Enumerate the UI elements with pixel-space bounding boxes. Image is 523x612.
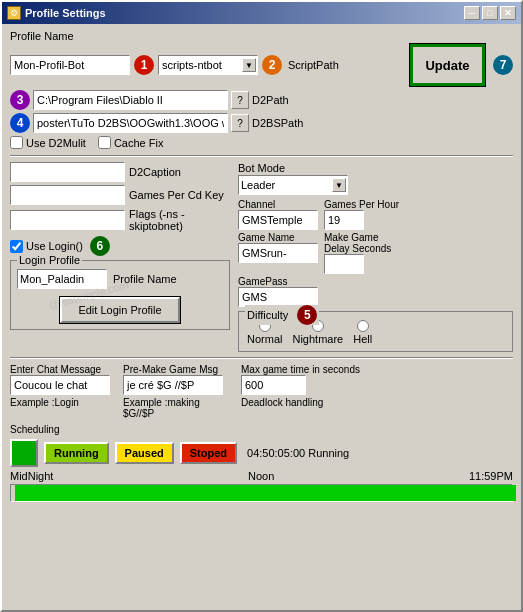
sched-timeline: MidNight Noon 11:59PM (10, 470, 513, 482)
games-per-hour-input[interactable] (324, 210, 364, 230)
cache-fix-item: Cache Fix (98, 136, 164, 149)
maxtime-section: Max game time in seconds Deadlock handli… (241, 364, 513, 419)
hell-radio-item: Hell (353, 320, 372, 345)
difficulty-legend: Difficulty 5 (245, 305, 319, 325)
d2path-input[interactable] (33, 90, 228, 110)
use-login-label: Use Login() (26, 240, 83, 252)
profile-name-label: Profile Name (10, 30, 513, 42)
use-login-row: Use Login() 6 (10, 236, 230, 256)
delay-input[interactable] (324, 254, 364, 274)
d2caption-input[interactable] (10, 162, 125, 182)
delay-col: Make Game Delay Seconds (324, 232, 391, 274)
title-buttons: ─ □ ✕ (464, 6, 516, 20)
scriptpath-label: ScriptPath (288, 59, 339, 71)
flags-row: Flags (-ns -skiptobnet) (10, 208, 230, 232)
badge-2: 2 (262, 55, 282, 75)
channel-games-row: Channel Games Per Hour (238, 199, 513, 230)
d2path-row: 3 ? D2Path (10, 90, 513, 110)
gamepass-input[interactable] (238, 287, 318, 307)
cache-fix-label: Cache Fix (114, 137, 164, 149)
channel-col: Channel (238, 199, 318, 230)
games-per-hour-label: Games Per Hour (324, 199, 399, 210)
premake-section: Pre-Make Game Msg Example :making $G//$P (123, 364, 233, 419)
content-area: Profile Name 1 ▼ 2 ScriptPath Update 7 3… (2, 24, 521, 508)
profile-name-row: 1 ▼ 2 ScriptPath Update 7 (10, 44, 513, 86)
scheduling-section: Scheduling Running Paused Stoped 04:50:0… (10, 424, 513, 502)
chat-label: Enter Chat Message (10, 364, 115, 375)
main-window: ⚙ Profile Settings ─ □ ✕ Profile Name 1 … (0, 0, 523, 612)
d2path-question-button[interactable]: ? (231, 91, 249, 109)
gamepass-row: GamePass (238, 276, 513, 307)
main-area: D2Caption Games Per Cd Key Flags (-ns -s… (10, 162, 513, 352)
title-bar-left: ⚙ Profile Settings (7, 6, 106, 20)
chat-example: Example :Login (10, 397, 115, 408)
hell-label: Hell (353, 333, 372, 345)
progress-bar (15, 485, 516, 501)
d2bspath-label: D2BSPath (252, 117, 303, 129)
make-game-label: Make Game (324, 232, 391, 243)
sched-time-display: 04:50:05:00 Running (247, 447, 349, 459)
game-name-input[interactable] (238, 243, 318, 263)
minimize-button[interactable]: ─ (464, 6, 480, 20)
use-login-checkbox[interactable] (10, 240, 23, 253)
progress-bar-container (10, 484, 513, 502)
sched-green-button[interactable] (10, 439, 38, 467)
normal-label: Normal (247, 333, 282, 345)
edit-login-button[interactable]: Edit Login Profile (60, 297, 179, 323)
flags-label: Flags (-ns -skiptobnet) (129, 208, 230, 232)
badge-4: 4 (10, 113, 30, 133)
update-button[interactable]: Update (410, 44, 485, 86)
left-panel: D2Caption Games Per Cd Key Flags (-ns -s… (10, 162, 230, 352)
stopped-button[interactable]: Stoped (180, 442, 237, 464)
gamename-delay-row: Game Name Make Game Delay Seconds (238, 232, 513, 274)
games-per-hour-col: Games Per Hour (324, 199, 399, 230)
delay-label: Delay Seconds (324, 243, 391, 254)
premake-input[interactable] (123, 375, 223, 395)
sched-buttons-row: Running Paused Stoped 04:50:05:00 Runnin… (10, 439, 513, 467)
maximize-button[interactable]: □ (482, 6, 498, 20)
title-bar: ⚙ Profile Settings ─ □ ✕ (2, 2, 521, 24)
d2bspath-input[interactable] (33, 113, 228, 133)
d2bspath-question-button[interactable]: ? (231, 114, 249, 132)
login-profile-select[interactable]: Mon_Paladin (17, 269, 107, 289)
badge-6: 6 (90, 236, 110, 256)
close-button[interactable]: ✕ (500, 6, 516, 20)
badge-7: 7 (493, 55, 513, 75)
end-label: 11:59PM (469, 470, 513, 482)
maxtime-label: Max game time in seconds (241, 364, 513, 375)
cache-fix-checkbox[interactable] (98, 136, 111, 149)
login-dropdown-wrapper: Mon_Paladin (17, 269, 107, 289)
bot-mode-select[interactable]: Leader Follower None (238, 175, 348, 195)
noon-label: Noon (248, 470, 274, 482)
bot-mode-section: Bot Mode Leader Follower None ▼ (238, 162, 513, 195)
chat-section: Enter Chat Message Example :Login (10, 364, 115, 419)
games-cd-label: Games Per Cd Key (129, 189, 224, 201)
scripts-input[interactable] (158, 55, 258, 75)
chat-input[interactable] (10, 375, 110, 395)
scheduling-label: Scheduling (10, 424, 513, 435)
use-d2mulit-item: Use D2Mulit (10, 136, 86, 149)
app-icon: ⚙ (7, 6, 21, 20)
d2caption-row: D2Caption (10, 162, 230, 182)
premake-label: Pre-Make Game Msg (123, 364, 233, 375)
flags-input[interactable] (10, 210, 125, 230)
hell-radio[interactable] (357, 320, 369, 332)
channel-input[interactable] (238, 210, 318, 230)
nightmare-label: Nightmare (292, 333, 343, 345)
running-button[interactable]: Running (44, 442, 109, 464)
badge-1: 1 (134, 55, 154, 75)
channel-label: Channel (238, 199, 318, 210)
maxtime-input[interactable] (241, 375, 306, 395)
games-cd-input[interactable] (10, 185, 125, 205)
d2bspath-row: 4 ? D2BSPath (10, 113, 513, 133)
game-name-label: Game Name (238, 232, 318, 243)
games-cd-row: Games Per Cd Key (10, 185, 230, 205)
badge-3: 3 (10, 90, 30, 110)
badge-5: 5 (297, 305, 317, 325)
bot-mode-dropdown-wrapper: Leader Follower None ▼ (238, 175, 348, 195)
paused-button[interactable]: Paused (115, 442, 174, 464)
profile-name-input[interactable] (10, 55, 130, 75)
premake-example: Example :making $G//$P (123, 397, 233, 419)
bottom-row: Enter Chat Message Example :Login Pre-Ma… (10, 364, 513, 419)
use-d2mulit-checkbox[interactable] (10, 136, 23, 149)
